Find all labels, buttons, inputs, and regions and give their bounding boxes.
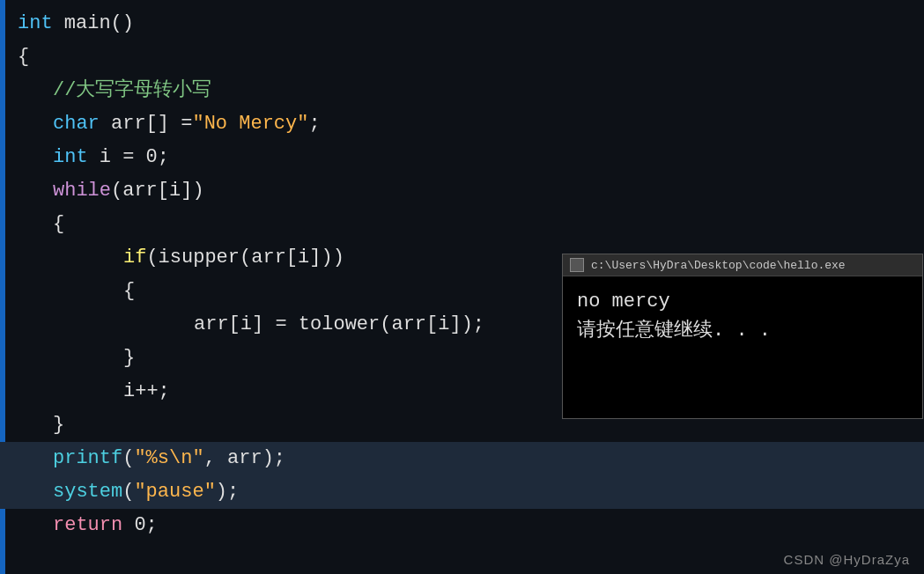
keyword-int2: int — [53, 141, 88, 174]
console-output-1: no mercy — [577, 287, 908, 316]
keyword-char: char — [53, 107, 100, 141]
code-line-14: printf("%s\n", arr); — [0, 442, 924, 475]
brace-if-close: } — [123, 342, 135, 375]
console-body: no mercy 请按任意键继续. . . — [563, 276, 922, 356]
code-i-decl: i = 0; — [100, 141, 169, 174]
string-pause: "pause" — [134, 475, 215, 509]
code-system-open: ( — [122, 475, 134, 509]
console-app-icon — [570, 258, 584, 272]
console-titlebar: c:\Users\HyDra\Desktop\code\hello.exe — [563, 254, 922, 276]
code-system-close: ); — [216, 475, 239, 509]
code-line-5: int i = 0; — [0, 141, 924, 174]
keyword-return: return — [53, 509, 122, 542]
code-line-16: return 0; — [0, 509, 924, 542]
keyword-while: while — [53, 174, 111, 208]
string-format: "%s\n" — [134, 442, 203, 475]
code-printf-args: , arr); — [204, 442, 285, 475]
console-popup: c:\Users\HyDra\Desktop\code\hello.exe no… — [562, 254, 923, 419]
func-printf: printf — [53, 442, 122, 475]
comment-text: //大写字母转小写 — [53, 74, 211, 107]
code-text: main() — [64, 7, 134, 40]
watermark: CSDN @HyDraZya — [784, 552, 910, 567]
semicolon1: ; — [308, 107, 320, 141]
code-line-15: system("pause"); — [0, 475, 924, 509]
code-if-cond: (isupper(arr[i])) — [146, 241, 344, 275]
code-line-6: while(arr[i]) — [0, 174, 924, 208]
code-printf-open: ( — [122, 442, 134, 475]
code-line-7: { — [0, 208, 924, 241]
code-arr-decl: arr[] = — [111, 107, 192, 141]
brace-while-close: } — [53, 408, 64, 442]
code-return-val: 0; — [134, 509, 157, 542]
func-system: system — [53, 475, 122, 509]
code-line-3: //大写字母转小写 — [0, 74, 924, 107]
code-editor: int main() { //大写字母转小写 char arr[] = "No … — [0, 0, 924, 574]
code-while-cond: (arr[i]) — [111, 174, 204, 208]
code-tolower: arr[i] = tolower(arr[i]); — [194, 308, 484, 342]
brace-while-open: { — [53, 208, 64, 241]
keyword-if: if — [123, 241, 146, 275]
brace-open: { — [18, 40, 29, 74]
brace-if-open: { — [123, 275, 135, 308]
keyword-int: int — [18, 7, 53, 40]
code-line-2: { — [0, 40, 924, 74]
console-title: c:\Users\HyDra\Desktop\code\hello.exe — [591, 259, 846, 272]
console-output-2: 请按任意键继续. . . — [577, 316, 908, 345]
code-line-4: char arr[] = "No Mercy"; — [0, 107, 924, 141]
string-no-mercy: "No Mercy" — [192, 107, 308, 141]
code-line-1: int main() — [0, 7, 924, 40]
code-increment: i++; — [123, 375, 170, 408]
